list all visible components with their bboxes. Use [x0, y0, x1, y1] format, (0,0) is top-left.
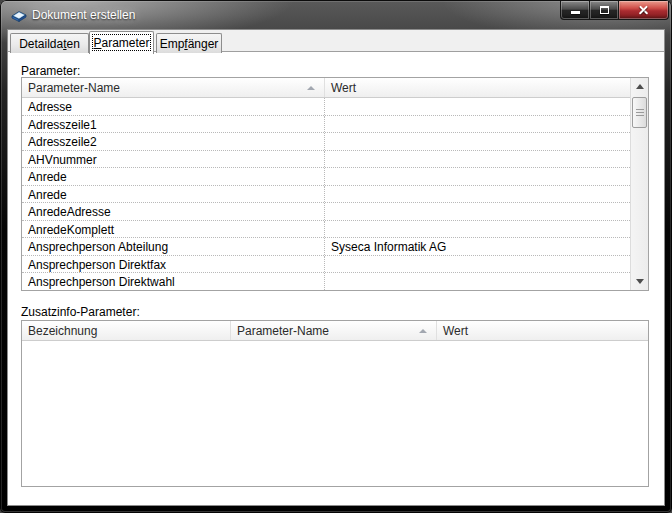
- table-row[interactable]: Adresszeile2: [22, 133, 630, 151]
- parameter-table-header: Parameter-Name Wert: [22, 78, 630, 98]
- sort-ascending-icon: [307, 86, 315, 90]
- column-header-parameter-name[interactable]: Parameter-Name: [231, 321, 437, 340]
- maximize-icon: [600, 6, 609, 14]
- parameter-table: Parameter-Name Wert Adresse Adresszeile1…: [21, 77, 649, 291]
- column-header-wert[interactable]: Wert: [437, 321, 648, 340]
- arrow-up-icon: [636, 84, 644, 89]
- table-row[interactable]: Ansprechperson Direktwahl: [22, 273, 630, 290]
- zusatzinfo-table: Bezeichnung Parameter-Name Wert: [21, 320, 649, 487]
- scrollbar-thumb[interactable]: [632, 97, 647, 128]
- sort-ascending-icon: [419, 329, 427, 333]
- table-row[interactable]: AnredeKomplett: [22, 221, 630, 239]
- tab-strip: Detaildaten Parameter Empfänger: [8, 30, 664, 52]
- minimize-icon: [571, 11, 580, 14]
- zusatzinfo-table-header: Bezeichnung Parameter-Name Wert: [22, 321, 648, 341]
- arrow-down-icon: [636, 279, 644, 284]
- table-row[interactable]: Anrede: [22, 168, 630, 186]
- tab-label: Parameter: [93, 36, 149, 50]
- column-header-bezeichnung[interactable]: Bezeichnung: [22, 321, 231, 340]
- close-button[interactable]: [619, 1, 669, 20]
- scrollbar-grip-icon: [636, 109, 644, 117]
- tab-detaildaten[interactable]: Detaildaten: [10, 33, 89, 53]
- vertical-scrollbar[interactable]: [630, 78, 648, 290]
- titlebar[interactable]: Dokument erstellen: [0, 0, 672, 30]
- parameter-table-body: Adresse Adresszeile1 Adresszeile2 AHVnum…: [22, 98, 630, 290]
- window-controls: [560, 1, 669, 20]
- column-header-wert[interactable]: Wert: [325, 78, 630, 97]
- tab-parameter[interactable]: Parameter: [89, 31, 154, 54]
- close-icon: [638, 5, 649, 16]
- minimize-button[interactable]: [560, 1, 590, 20]
- table-row[interactable]: AHVnummer: [22, 151, 630, 169]
- dialog-client-area: Detaildaten Parameter Empfänger Paramete…: [8, 30, 664, 505]
- table-row[interactable]: Ansprechperson Direktfax: [22, 256, 630, 274]
- window-title: Dokument erstellen: [32, 8, 135, 22]
- table-row[interactable]: AnredeAdresse: [22, 203, 630, 221]
- parameter-section-label: Parameter:: [21, 64, 80, 78]
- table-row[interactable]: Adresszeile1: [22, 116, 630, 134]
- tab-label: Empfänger: [160, 37, 219, 51]
- app-icon: [11, 7, 27, 23]
- tab-label: Detaildaten: [19, 37, 80, 51]
- table-row[interactable]: Ansprechperson AbteilungSyseca Informati…: [22, 238, 630, 256]
- zusatzinfo-table-body: [22, 341, 648, 486]
- zusatzinfo-table-main: Bezeichnung Parameter-Name Wert: [22, 321, 648, 486]
- scroll-down-button[interactable]: [631, 273, 648, 290]
- column-header-parameter-name[interactable]: Parameter-Name: [22, 78, 325, 97]
- parameter-table-main: Parameter-Name Wert Adresse Adresszeile1…: [22, 78, 630, 290]
- scroll-up-button[interactable]: [631, 78, 648, 95]
- table-row[interactable]: Anrede: [22, 186, 630, 204]
- dialog-window: Dokument erstellen Detaildaten Parameter…: [0, 0, 672, 513]
- maximize-button[interactable]: [590, 1, 619, 20]
- table-row[interactable]: Adresse: [22, 98, 630, 116]
- tab-empfaenger[interactable]: Empfänger: [156, 33, 222, 53]
- zusatzinfo-section-label: Zusatzinfo-Parameter:: [21, 305, 140, 319]
